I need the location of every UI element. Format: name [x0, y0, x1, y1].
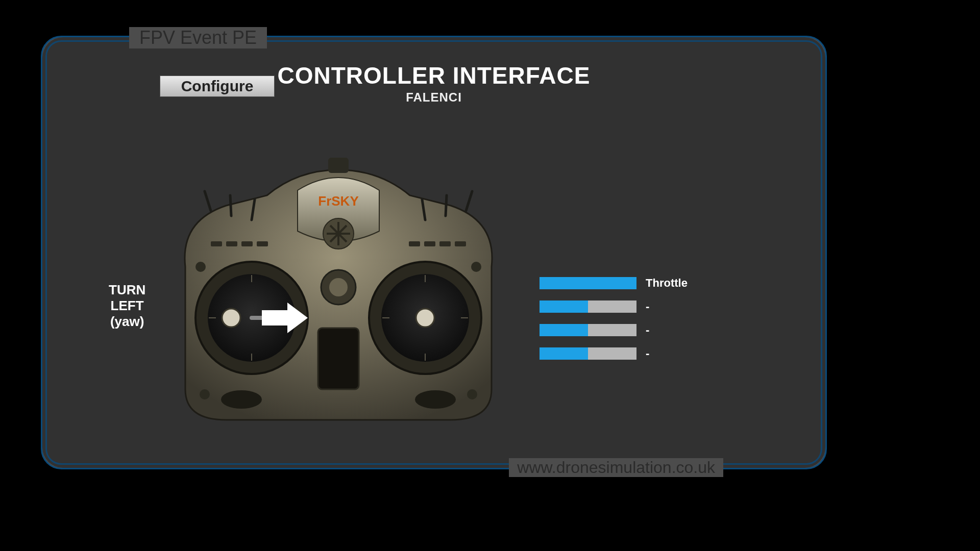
svg-point-40: [195, 262, 206, 272]
svg-rect-19: [424, 241, 435, 246]
svg-point-29: [222, 309, 240, 327]
transmitter-brand-text: FrSKY: [318, 193, 358, 209]
gauge-row-2: -: [540, 300, 688, 313]
page-subheading: FALENCI: [42, 90, 825, 105]
transmitter-image: FrSKY: [165, 155, 512, 430]
stick-hint-label: TURNLEFT(yaw): [109, 282, 145, 330]
gauge-fill: [540, 347, 588, 360]
svg-point-42: [200, 389, 210, 399]
svg-line-11: [466, 191, 472, 211]
channel-gauges: Throttle - - -: [540, 277, 688, 371]
svg-point-38: [221, 390, 262, 409]
svg-point-39: [415, 390, 456, 409]
svg-rect-14: [211, 241, 222, 246]
gauge-bar: [540, 347, 636, 360]
gauge-label: -: [646, 347, 649, 360]
svg-rect-44: [262, 310, 287, 325]
gauge-bar: [540, 324, 636, 336]
svg-rect-16: [241, 241, 253, 246]
svg-line-12: [446, 195, 447, 216]
svg-rect-15: [226, 241, 237, 246]
gauge-row-throttle: Throttle: [540, 277, 688, 289]
gauge-fill: [540, 300, 588, 313]
svg-point-36: [416, 309, 434, 327]
svg-rect-21: [455, 241, 466, 246]
panel-title: FPV Event PE: [129, 27, 267, 48]
svg-rect-20: [439, 241, 451, 246]
gauge-bar: [540, 300, 636, 313]
svg-line-9: [230, 195, 231, 216]
gauge-bar: [540, 277, 636, 289]
gauge-label: -: [646, 300, 649, 313]
page-heading: CONTROLLER INTERFACE: [42, 62, 825, 89]
gauge-fill: [540, 277, 636, 289]
controller-interface-panel: FPV Event PE Configure CONTROLLER INTERF…: [41, 36, 827, 469]
svg-point-41: [471, 262, 481, 272]
svg-rect-37: [318, 328, 359, 389]
footer-url: www.dronesimulation.co.uk: [509, 458, 723, 477]
gauge-row-4: -: [540, 347, 688, 360]
svg-line-8: [205, 191, 211, 211]
svg-rect-0: [328, 158, 349, 173]
svg-point-43: [467, 389, 477, 399]
gauge-label: -: [646, 323, 649, 337]
gauge-fill: [540, 324, 588, 336]
svg-point-7: [329, 278, 348, 296]
gauge-label: Throttle: [646, 277, 688, 290]
gauge-row-3: -: [540, 324, 688, 336]
svg-rect-18: [409, 241, 420, 246]
svg-rect-17: [257, 241, 268, 246]
